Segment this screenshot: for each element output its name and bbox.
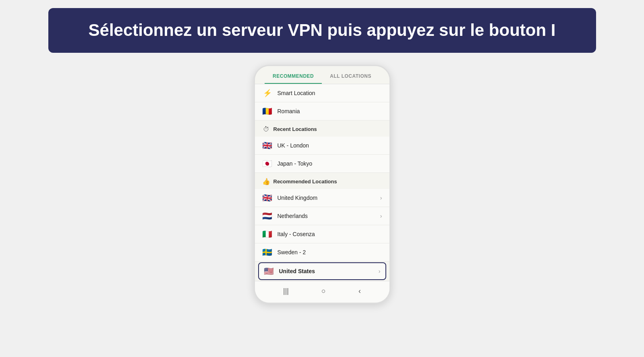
smart-location-label: Smart Location	[277, 90, 382, 96]
netherlands-item[interactable]: 🇳🇱 Netherlands ›	[255, 207, 389, 225]
instruction-banner: Sélectionnez un serveur VPN puis appuyez…	[48, 8, 596, 53]
netherlands-flag: 🇳🇱	[262, 212, 273, 220]
tab-recommended[interactable]: RECOMMENDED	[265, 70, 322, 84]
united-kingdom-item[interactable]: 🇬🇧 United Kingdom ›	[255, 189, 389, 207]
united-states-label: United States	[279, 268, 379, 274]
japan-tokyo-label: Japan - Tokyo	[277, 160, 382, 167]
netherlands-label: Netherlands	[277, 213, 380, 219]
uk-london-label: UK - London	[277, 142, 382, 149]
banner-text: Sélectionnez un serveur VPN puis appuyez…	[72, 19, 572, 42]
romania-label: Romania	[277, 108, 382, 114]
tab-all-locations[interactable]: ALL LOCATIONS	[322, 70, 379, 84]
netherlands-chevron-icon: ›	[380, 213, 382, 219]
nav-menu-button[interactable]: |||	[283, 287, 289, 295]
recent-locations-header: ⏱ Recent Locations	[255, 120, 389, 137]
thumbsup-icon: 👍	[262, 178, 270, 186]
nav-back-button[interactable]: ‹	[358, 287, 361, 295]
us-chevron-icon: ›	[379, 268, 381, 274]
uk-london-item[interactable]: 🇬🇧 UK - London	[255, 137, 389, 155]
uk-chevron-icon: ›	[380, 195, 382, 201]
smart-location-item[interactable]: ⚡ Smart Location	[255, 84, 389, 102]
uk-flag: 🇬🇧	[262, 142, 273, 149]
japan-tokyo-item[interactable]: 🇯🇵 Japan - Tokyo	[255, 155, 389, 173]
united-states-item[interactable]: 🇺🇸 United States ›	[258, 262, 386, 280]
clock-icon: ⏱	[262, 125, 270, 133]
phone-mockup: RECOMMENDED ALL LOCATIONS ⚡ Smart Locati…	[254, 65, 391, 304]
uk-flag-2: 🇬🇧	[262, 194, 273, 201]
recommended-locations-title: Recommended Locations	[273, 178, 337, 185]
italy-flag: 🇮🇹	[262, 230, 273, 238]
us-flag: 🇺🇸	[264, 268, 274, 275]
nav-home-button[interactable]: ○	[321, 287, 326, 295]
sweden-flag: 🇸🇪	[262, 249, 273, 256]
italy-cosenza-label: Italy - Cosenza	[277, 231, 382, 237]
sweden-label: Sweden - 2	[277, 249, 382, 255]
phone-nav-bar: ||| ○ ‹	[255, 281, 389, 303]
tabs-row: RECOMMENDED ALL LOCATIONS	[255, 66, 389, 84]
romania-item[interactable]: 🇷🇴 Romania	[255, 102, 389, 120]
united-kingdom-label: United Kingdom	[277, 195, 380, 201]
recommended-locations-header: 👍 Recommended Locations	[255, 173, 389, 189]
recent-locations-title: Recent Locations	[273, 126, 317, 132]
romania-flag: 🇷🇴	[262, 108, 273, 115]
sweden-item[interactable]: 🇸🇪 Sweden - 2	[255, 243, 389, 262]
italy-cosenza-item[interactable]: 🇮🇹 Italy - Cosenza	[255, 225, 389, 243]
location-list: ⚡ Smart Location 🇷🇴 Romania ⏱ Recent Loc…	[255, 84, 389, 280]
japan-flag: 🇯🇵	[262, 160, 273, 167]
lightning-icon: ⚡	[262, 89, 273, 97]
